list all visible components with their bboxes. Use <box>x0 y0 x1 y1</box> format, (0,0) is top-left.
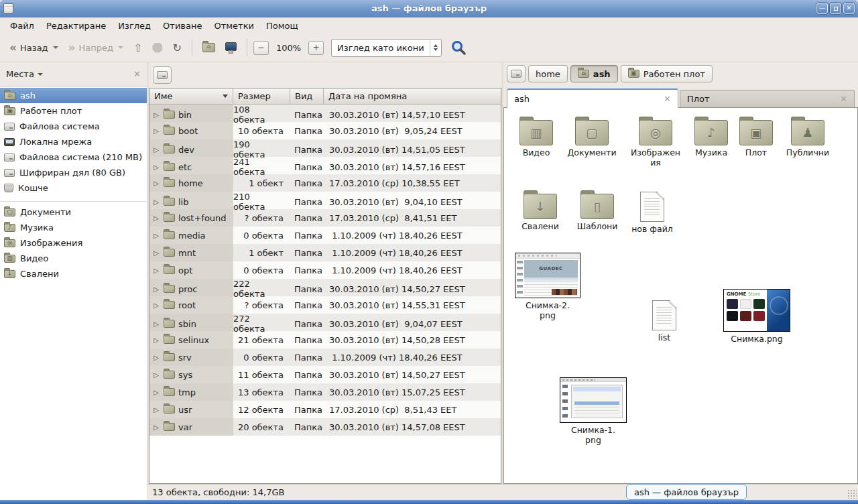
table-row[interactable]: ▷usr12 обектаПапка17.03.2010 (ср) 8,51,4… <box>149 401 501 418</box>
pathbar-home-button[interactable]: home <box>528 65 568 82</box>
resize-grip[interactable] <box>847 489 857 499</box>
menu-bookmarks[interactable]: Отметки <box>208 19 259 33</box>
close-button[interactable]: ✕ <box>843 3 855 14</box>
table-row[interactable]: ▷dev190 обектаПапка30.03.2010 (вт) 14,51… <box>149 139 501 157</box>
sidebar-title[interactable]: Места <box>6 69 34 79</box>
expander-icon[interactable]: ▷ <box>152 267 160 274</box>
zoom-in-button[interactable]: + <box>308 41 324 55</box>
reload-button[interactable]: ↻ <box>168 38 185 58</box>
tab-ash[interactable]: ash ✕ <box>507 88 678 108</box>
sidebar-item-local-network[interactable]: Локална мрежа <box>0 134 147 149</box>
table-row[interactable]: ▷tmp13 обектаПапка30.03.2010 (вт) 15,07,… <box>149 383 501 401</box>
icon-item-public[interactable]: ♟Публични <box>780 115 835 158</box>
title-bar[interactable]: ash — файлов браузър — ✕ <box>0 0 858 17</box>
pathbar-desktop-button[interactable]: ▣ Работен плот <box>621 65 713 82</box>
expander-icon[interactable]: ▷ <box>152 336 160 344</box>
chevron-down-icon[interactable] <box>38 73 43 76</box>
sidebar-item-filesystem-210mb[interactable]: Файлова система (210 MB) <box>0 149 147 165</box>
icon-item-downloads[interactable]: ↓Свалени <box>515 188 566 231</box>
back-dropdown-icon[interactable] <box>53 46 58 49</box>
view-mode-select[interactable]: Изглед като икони <box>331 39 442 57</box>
expander-icon[interactable]: ▷ <box>152 180 160 187</box>
expander-icon[interactable]: ▷ <box>152 164 160 171</box>
column-header-type[interactable]: Вид <box>290 88 324 105</box>
icon-item-list[interactable]: list <box>644 297 685 342</box>
icon-item-new-file[interactable]: нов файл <box>627 188 677 234</box>
table-row[interactable]: ▷var20 обектаПапка30.03.2010 (вт) 14,57,… <box>149 418 501 436</box>
tab-plot[interactable]: Плот ✕ <box>680 90 855 107</box>
pathbar-ash-button[interactable]: ⌂ ash <box>570 65 618 82</box>
icon-item-snimka[interactable]: GNOME StoreСнимка.png <box>720 289 794 344</box>
sidebar-item-downloads[interactable]: ↓Свалени <box>0 266 147 281</box>
menu-view[interactable]: Изглед <box>112 19 157 33</box>
sidebar-item-filesystem[interactable]: Файлова система <box>0 119 147 134</box>
sidebar-item-trash[interactable]: Кошче <box>0 180 147 196</box>
icon-item-templates[interactable]: ▯Шаблони <box>570 188 625 231</box>
table-row[interactable]: ▷boot10 обектаПапка30.03.2010 (вт) 9,05,… <box>149 122 501 139</box>
expander-icon[interactable]: ▷ <box>152 302 160 309</box>
table-row[interactable]: ▷opt0 обектаПапка 1.10.2009 (чт) 18,40,2… <box>149 261 501 279</box>
maximize-button[interactable] <box>830 3 841 14</box>
expander-icon[interactable]: ▷ <box>152 371 160 379</box>
table-row[interactable]: ▷media0 обектаПапка 1.10.2009 (чт) 18,40… <box>149 227 501 244</box>
table-row[interactable]: ▷srv0 обектаПапка 1.10.2009 (чт) 18,40,2… <box>149 349 501 366</box>
table-row[interactable]: ▷bin108 обектаПапка30.03.2010 (вт) 14,57… <box>149 105 501 122</box>
up-button[interactable]: ⇧ <box>129 38 146 58</box>
home-button[interactable]: ⌂ <box>198 40 219 56</box>
sidebar-item-desktop[interactable]: ▣Работен плот <box>0 103 147 119</box>
expander-icon[interactable]: ▷ <box>152 424 160 431</box>
icon-item-video[interactable]: ▥Видео <box>512 115 560 158</box>
icon-item-snimka-1[interactable]: Снимка-1.png <box>558 377 629 445</box>
back-button[interactable]: « Назад <box>5 39 62 57</box>
sidebar-item-encrypted-80gb[interactable]: Шифриран дял (80 GB) <box>0 165 147 180</box>
icon-item-pictures[interactable]: ◎Изображения <box>625 115 686 168</box>
expander-icon[interactable]: ▷ <box>152 354 160 361</box>
icon-item-music[interactable]: ♪Музика <box>688 115 735 158</box>
icon-item-documents[interactable]: ▢Документи <box>563 115 621 158</box>
column-header-name[interactable]: Име <box>149 88 233 105</box>
pathbar-root-button[interactable] <box>507 65 526 82</box>
spinner-icon[interactable] <box>430 40 441 56</box>
icon-item-snimka-2[interactable]: GUADECСнимка-2.png <box>512 253 583 320</box>
tab-close-icon[interactable]: ✕ <box>833 94 847 104</box>
menu-go[interactable]: Отиване <box>157 19 208 33</box>
table-row[interactable]: ▷sys11 обектаПапка30.03.2010 (вт) 14,50,… <box>149 366 501 383</box>
table-row[interactable]: ▷mnt1 обектПапка 1.10.2009 (чт) 18,40,26… <box>149 244 501 261</box>
computer-button[interactable] <box>221 39 241 56</box>
sidebar-item-documents[interactable]: ▢Документи <box>0 204 147 220</box>
sidebar-item-pictures[interactable]: ◎Изображения <box>0 235 147 251</box>
sidebar-item-ash[interactable]: ⌂ash <box>0 88 147 103</box>
tab-close-icon[interactable]: ✕ <box>657 94 671 104</box>
zoom-out-button[interactable]: − <box>253 41 269 55</box>
expander-icon[interactable]: ▷ <box>152 232 160 239</box>
sidebar-close-icon[interactable]: ✕ <box>133 69 141 79</box>
search-button[interactable] <box>450 40 467 56</box>
expander-icon[interactable]: ▷ <box>152 249 160 257</box>
icon-item-desktop[interactable]: ▣Плот <box>736 115 776 158</box>
table-row[interactable]: ▷home1 обектПапка17.03.2010 (ср) 10,38,5… <box>149 174 501 192</box>
expander-icon[interactable]: ▷ <box>152 286 160 293</box>
expander-icon[interactable]: ▷ <box>152 198 160 206</box>
menu-file[interactable]: Файл <box>4 19 40 33</box>
menu-edit[interactable]: Редактиране <box>40 19 112 33</box>
sidebar-item-video[interactable]: ▥Видео <box>0 251 147 266</box>
column-header-date[interactable]: Дата на промяна <box>324 88 501 105</box>
expander-icon[interactable]: ▷ <box>152 111 160 119</box>
menu-help[interactable]: Помощ <box>260 19 304 33</box>
minimize-button[interactable]: — <box>816 3 828 14</box>
table-row[interactable]: ▷etc241 обектаПапка30.03.2010 (вт) 14,57… <box>149 157 501 174</box>
table-row[interactable]: ▷selinux21 обектаПапка30.03.2010 (вт) 14… <box>149 331 501 349</box>
expander-icon[interactable]: ▷ <box>152 214 160 222</box>
expander-icon[interactable]: ▷ <box>152 406 160 414</box>
column-header-size[interactable]: Размер <box>233 88 290 105</box>
table-row[interactable]: ▷lib210 обектаПапка30.03.2010 (вт) 9,04,… <box>149 192 501 209</box>
root-location-button[interactable] <box>153 66 172 84</box>
stop-button[interactable] <box>148 40 166 56</box>
sidebar-item-music[interactable]: ♪Музика <box>0 220 147 235</box>
table-row[interactable]: ▷sbin272 обектаПапка30.03.2010 (вт) 9,04… <box>149 314 501 331</box>
table-row[interactable]: ▷proc222 обектаПапка30.03.2010 (вт) 14,5… <box>149 279 501 296</box>
expander-icon[interactable]: ▷ <box>152 146 160 153</box>
table-row[interactable]: ▷root? обектаПапка30.03.2010 (вт) 14,55,… <box>149 296 501 314</box>
expander-icon[interactable]: ▷ <box>152 127 160 135</box>
table-row[interactable]: ▷lost+found? обектаПапка17.03.2010 (ср) … <box>149 209 501 227</box>
